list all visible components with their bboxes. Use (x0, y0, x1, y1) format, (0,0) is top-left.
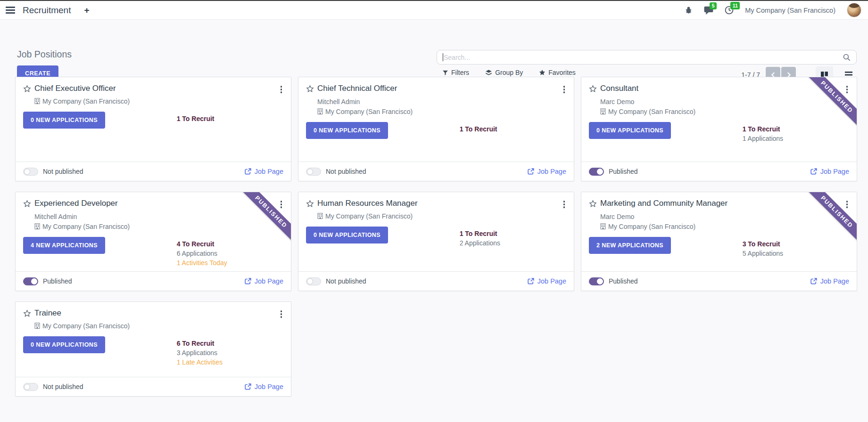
new-applications-button[interactable]: 0 NEW APPLICATIONS (23, 112, 105, 129)
job-title[interactable]: Consultant (600, 84, 842, 93)
publish-toggle[interactable] (589, 168, 604, 176)
external-link-icon (810, 278, 817, 284)
job-page-link[interactable]: Job Page (810, 168, 849, 175)
card-stats: 1 To Recruit2 Applications (460, 229, 500, 248)
building-icon (317, 213, 323, 219)
stat-line: 6 Applications (177, 249, 227, 258)
recruiter-name: Mitchell Admin (306, 98, 566, 106)
stat-line: 3 To Recruit (743, 239, 783, 249)
publish-status-label: Published (609, 277, 638, 285)
kanban-grid: Chief Executive Officer My Company (San … (15, 77, 857, 397)
search-input[interactable] (444, 54, 843, 61)
job-page-link[interactable]: Job Page (245, 383, 283, 390)
favorite-star-icon[interactable] (306, 200, 314, 208)
activities-count-badge: 11 (730, 2, 740, 9)
job-position-card[interactable]: Trainee My Company (San Francisco) (15, 301, 291, 397)
job-title[interactable]: Chief Technical Officer (317, 84, 559, 93)
kebab-menu-icon[interactable] (845, 84, 850, 95)
job-page-label: Job Page (537, 277, 566, 285)
messages-icon[interactable]: 5 (704, 6, 713, 15)
job-title[interactable]: Marketing and Community Manager (600, 199, 842, 208)
apps-menu-icon[interactable] (6, 5, 15, 15)
top-navbar: Recruitment + 5 11 My Company (San Franc… (0, 1, 868, 20)
publish-toggle[interactable] (23, 168, 38, 176)
company-switcher[interactable]: My Company (San Francisco) (745, 7, 835, 14)
external-link-icon (245, 168, 251, 175)
job-position-card[interactable]: Chief Technical Officer Mitchell Admin M… (298, 77, 574, 181)
stat-line: 1 Applications (743, 134, 783, 143)
job-page-link[interactable]: Job Page (245, 168, 283, 175)
building-icon (600, 108, 606, 114)
layers-icon (485, 69, 492, 76)
publish-toggle[interactable] (23, 383, 38, 391)
publish-toggle[interactable] (23, 277, 38, 285)
text-caret (443, 53, 443, 61)
new-applications-button[interactable]: 0 NEW APPLICATIONS (589, 122, 671, 139)
favorite-star-icon[interactable] (589, 85, 597, 93)
company-name: My Company (San Francisco) (608, 108, 695, 115)
job-position-card[interactable]: Chief Executive Officer My Company (San … (15, 77, 291, 181)
company-name: My Company (San Francisco) (325, 108, 413, 115)
job-page-link[interactable]: Job Page (245, 277, 283, 285)
filter-funnel-icon (442, 70, 448, 76)
new-applications-button[interactable]: 2 NEW APPLICATIONS (589, 237, 671, 254)
app-title[interactable]: Recruitment (23, 5, 71, 16)
kebab-menu-icon[interactable] (845, 199, 850, 210)
favorite-star-icon[interactable] (23, 200, 31, 208)
debug-bug-icon[interactable] (685, 6, 693, 14)
kebab-menu-icon[interactable] (279, 84, 284, 95)
publish-toggle[interactable] (306, 168, 321, 176)
stat-line: 4 To Recruit (177, 239, 227, 249)
new-applications-button[interactable]: 0 NEW APPLICATIONS (306, 122, 388, 139)
job-position-card[interactable]: PUBLISHED Consultant Marc Demo (581, 77, 857, 181)
user-avatar[interactable] (847, 3, 861, 17)
job-title[interactable]: Chief Executive Officer (34, 84, 276, 93)
job-page-link[interactable]: Job Page (528, 277, 566, 285)
job-page-link[interactable]: Job Page (810, 277, 849, 285)
card-stats: 3 To Recruit5 Applications (743, 239, 783, 258)
job-position-card[interactable]: Human Resources Manager My Company (San … (298, 192, 574, 291)
favorite-star-icon[interactable] (23, 309, 31, 317)
job-title[interactable]: Trainee (34, 308, 276, 318)
group-by-button[interactable]: Group By (485, 69, 523, 76)
stat-line: 1 To Recruit (460, 124, 497, 134)
kebab-menu-icon[interactable] (279, 308, 284, 320)
card-footer: Not published Job Page (298, 271, 574, 291)
kebab-menu-icon[interactable] (562, 84, 567, 95)
kebab-menu-icon[interactable] (562, 199, 567, 210)
job-position-card[interactable]: PUBLISHED Experienced Developer Mitchell… (15, 192, 291, 291)
job-title[interactable]: Human Resources Manager (317, 199, 559, 208)
activities-clock-icon[interactable]: 11 (725, 6, 734, 15)
job-page-label: Job Page (255, 277, 283, 285)
control-panel: Job Positions CREATE Filters Group By (0, 20, 868, 77)
external-link-icon (528, 168, 534, 175)
filters-button[interactable]: Filters (442, 69, 469, 76)
favorite-star-icon[interactable] (306, 85, 314, 93)
job-page-link[interactable]: Job Page (528, 168, 566, 175)
plus-icon[interactable]: + (84, 6, 89, 15)
card-footer: Published Job Page (581, 271, 857, 291)
messages-count-badge: 5 (710, 2, 717, 10)
new-applications-button[interactable]: 0 NEW APPLICATIONS (306, 227, 388, 243)
kebab-menu-icon[interactable] (279, 199, 284, 210)
job-title[interactable]: Experienced Developer (34, 199, 276, 208)
card-stats: 6 To Recruit3 Applications1 Late Activit… (177, 339, 223, 367)
new-applications-button[interactable]: 4 NEW APPLICATIONS (23, 237, 105, 254)
stat-line: 3 Applications (177, 348, 223, 357)
stat-line: 2 Applications (460, 238, 500, 248)
external-link-icon (528, 278, 534, 284)
search-bar[interactable] (437, 50, 857, 65)
card-stats: 1 To Recruit1 Applications (743, 124, 783, 143)
publish-toggle[interactable] (306, 277, 321, 285)
favorite-star-icon[interactable] (589, 200, 597, 208)
publish-status-label: Published (43, 277, 72, 285)
building-icon (34, 323, 40, 329)
search-icon[interactable] (843, 53, 851, 61)
new-applications-button[interactable]: 0 NEW APPLICATIONS (23, 336, 105, 353)
publish-status-label: Not published (43, 168, 83, 175)
job-position-card[interactable]: PUBLISHED Marketing and Community Manage… (581, 192, 857, 291)
card-footer: Published Job Page (16, 271, 291, 291)
favorite-star-icon[interactable] (23, 85, 31, 93)
favorites-button[interactable]: Favorites (539, 69, 576, 76)
publish-toggle[interactable] (589, 277, 604, 285)
